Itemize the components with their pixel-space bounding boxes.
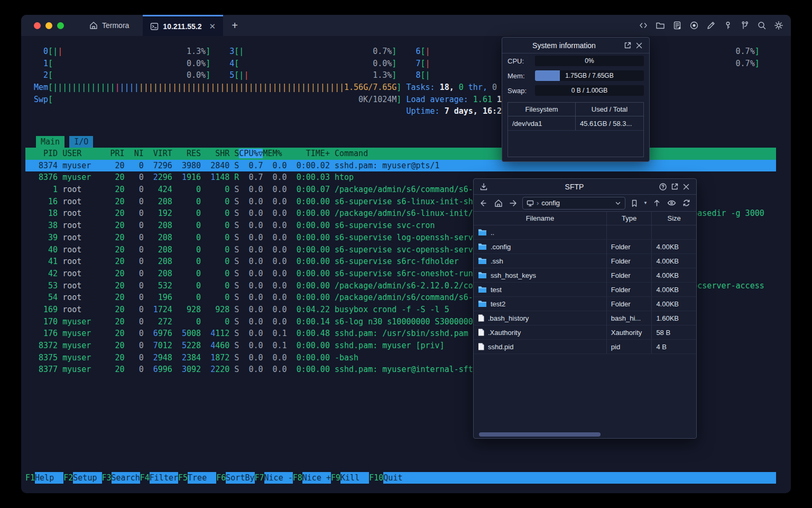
file-row[interactable]: sshd.pidpid4 B xyxy=(474,340,696,354)
forward-icon[interactable] xyxy=(508,197,519,209)
cpu-label: CPU: xyxy=(508,57,535,65)
fs-header-used-total[interactable]: Used / Total xyxy=(576,103,643,116)
fkey-F4[interactable]: F4 xyxy=(140,472,150,484)
back-icon[interactable] xyxy=(478,197,490,209)
chevron-down-icon[interactable] xyxy=(615,200,621,206)
process-row[interactable]: 8374 myuser 20 0 7296 3980 2840 S 0.7 0.… xyxy=(25,160,776,172)
fkey-label-F9[interactable]: Kill xyxy=(340,472,369,484)
cpu-value: 0% xyxy=(535,56,644,66)
mem-value: 1.75GB / 7.65GB xyxy=(535,70,644,81)
cpu-meter-line: 0[|| 1.3%] 3[| 0.7%] 6[| 0.7%] xyxy=(25,46,776,58)
search-icon[interactable] xyxy=(756,21,767,31)
tab-session[interactable]: 10.211.55.2 ✕ xyxy=(143,15,223,36)
bookmark-dropdown-icon[interactable]: ▼ xyxy=(643,201,648,205)
file-type: Folder xyxy=(606,254,652,268)
home-tab-label: Termora xyxy=(102,21,129,30)
refresh-icon[interactable] xyxy=(680,197,692,209)
fkey-F1[interactable]: F1 xyxy=(25,472,35,484)
file-size xyxy=(651,225,696,239)
htop-tab-io[interactable]: I/O xyxy=(69,136,93,148)
home-icon[interactable] xyxy=(493,197,504,209)
folder-icon[interactable] xyxy=(655,21,665,31)
gear-icon[interactable] xyxy=(773,21,783,31)
current-folder: config xyxy=(541,199,560,207)
filesystem-row[interactable]: /dev/vda145.61GB / 58.3... xyxy=(508,116,643,131)
fkey-label-F8[interactable]: Nice + xyxy=(302,472,331,484)
help-icon[interactable] xyxy=(657,181,669,193)
fkey-label-F5[interactable]: Tree xyxy=(188,472,216,484)
htop-tab-main[interactable]: Main xyxy=(36,136,64,148)
close-icon[interactable] xyxy=(633,40,645,51)
notes-badge-icon[interactable] xyxy=(672,21,682,31)
key-icon[interactable] xyxy=(723,21,733,31)
folder-icon xyxy=(478,243,487,250)
zoom-window-button[interactable] xyxy=(57,22,64,29)
close-window-button[interactable] xyxy=(34,22,41,29)
download-icon[interactable] xyxy=(478,181,490,193)
fkey-label-F1[interactable]: Help xyxy=(35,472,63,484)
fkey-label-F2[interactable]: Setup xyxy=(73,472,102,484)
file-row[interactable]: .XauthorityXauthority58 B xyxy=(474,325,696,340)
fkey-label-F7[interactable]: Nice - xyxy=(264,472,293,484)
folder-icon xyxy=(478,257,487,265)
file-type: Xauthority xyxy=(606,325,652,339)
header-size[interactable]: Size xyxy=(651,212,696,225)
file-row[interactable]: .. xyxy=(474,225,696,240)
file-icon xyxy=(478,343,484,350)
record-icon[interactable] xyxy=(689,21,699,31)
fs-header-filesystem[interactable]: Filesystem xyxy=(508,103,576,116)
file-row[interactable]: testFolder4.00KB xyxy=(474,283,696,297)
sftp-panel: SFTP › config ▼ Filename Type xyxy=(473,178,697,439)
home-tab[interactable]: Termora xyxy=(76,15,143,36)
terminal-icon xyxy=(150,22,159,31)
file-row[interactable]: test2Folder4.00KB xyxy=(474,297,696,311)
fkey-label-F10[interactable]: Quit xyxy=(383,472,412,484)
popout-icon[interactable] xyxy=(622,40,633,51)
fkey-F8[interactable]: F8 xyxy=(293,472,302,484)
swap-label: Swap: xyxy=(508,87,535,95)
home-icon xyxy=(89,21,98,30)
popout-icon[interactable] xyxy=(669,181,680,193)
header-filename[interactable]: Filename xyxy=(474,212,606,225)
file-row[interactable]: .bash_historybash_hi...1.60KB xyxy=(474,311,696,325)
fkey-label-F3[interactable]: Search xyxy=(112,472,140,484)
file-size: 58 B xyxy=(651,325,696,339)
file-type: Folder xyxy=(606,240,652,253)
file-row[interactable]: ssh_host_keysFolder4.00KB xyxy=(474,268,696,283)
htop-header: 0[|| 1.3%] 3[| 0.7%] 6[| 0.7%] 1[ 0.0%] … xyxy=(25,46,776,117)
branch-icon[interactable] xyxy=(740,21,750,31)
fkey-label-F6[interactable]: SortBy xyxy=(226,472,254,484)
fkey-F3[interactable]: F3 xyxy=(102,472,112,484)
tab-close-icon[interactable]: ✕ xyxy=(209,22,216,31)
bookmark-icon[interactable] xyxy=(629,197,640,209)
new-tab-button[interactable]: + xyxy=(223,15,246,36)
up-icon[interactable] xyxy=(651,197,662,209)
code-icon[interactable] xyxy=(638,21,648,31)
swap-progressbar: 0 B / 1.00GB xyxy=(535,85,644,96)
horizontal-scrollbar[interactable] xyxy=(475,432,695,437)
crumb-separator: › xyxy=(537,199,539,207)
file-type: Folder xyxy=(606,283,652,296)
sysinfo-mem-row: Mem: 1.75GB / 7.65GB xyxy=(502,68,649,83)
fkey-F2[interactable]: F2 xyxy=(63,472,73,484)
file-size: 4.00KB xyxy=(651,240,696,253)
file-row[interactable]: .sshFolder4.00KB xyxy=(474,254,696,268)
fkey-F7[interactable]: F7 xyxy=(255,472,264,484)
fkey-F6[interactable]: F6 xyxy=(216,472,226,484)
file-row[interactable]: .configFolder4.00KB xyxy=(474,240,696,254)
minimize-window-button[interactable] xyxy=(45,22,52,29)
fkey-F5[interactable]: F5 xyxy=(178,472,188,484)
process-table-header[interactable]: PID USER PRI NI VIRT RES SHR SCPU%▽MEM% … xyxy=(25,148,776,160)
header-type[interactable]: Type xyxy=(606,212,652,225)
sftp-table-header: Filename Type Size xyxy=(474,212,696,225)
fkey-label-F4[interactable]: Filter xyxy=(150,472,178,484)
eye-icon[interactable] xyxy=(666,197,677,209)
path-breadcrumb[interactable]: › config xyxy=(522,197,625,210)
file-type: Folder xyxy=(606,268,652,282)
fkey-F9[interactable]: F9 xyxy=(331,472,340,484)
scrollbar-thumb[interactable] xyxy=(479,432,601,437)
close-icon[interactable] xyxy=(680,181,692,193)
fkey-F10[interactable]: F10 xyxy=(369,472,383,484)
folder-icon xyxy=(478,286,487,293)
pencil-icon[interactable] xyxy=(706,21,716,31)
